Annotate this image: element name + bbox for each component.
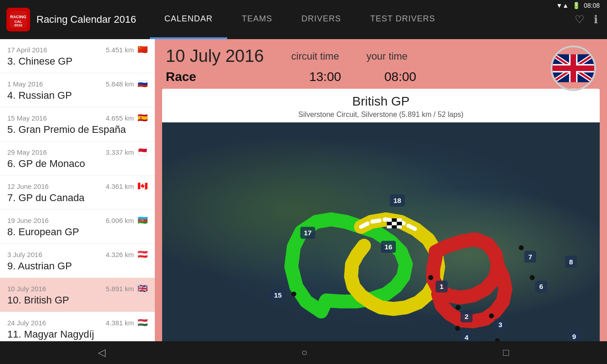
race-flag: 🇪🇸 bbox=[138, 113, 148, 123]
race-km: 5.451 km bbox=[106, 46, 134, 54]
race-right: 4.381 km🇭🇺 bbox=[106, 318, 148, 328]
detail-race-row: Race 13:00 08:00 bbox=[166, 70, 596, 84]
tab-teams[interactable]: TEAMS bbox=[227, 0, 287, 39]
sidebar-race-item[interactable]: 29 May 20163.337 km🇲🇨6. GP de Monaco bbox=[0, 142, 155, 176]
race-date: 1 May 2016 bbox=[7, 80, 43, 88]
race-name: 5. Gran Premio de España bbox=[7, 124, 148, 136]
race-name: 4. Russian GP bbox=[7, 90, 148, 101]
svg-rect-23 bbox=[397, 225, 402, 228]
svg-rect-16 bbox=[392, 218, 397, 222]
race-flag: 🇦🇿 bbox=[138, 215, 148, 225]
app-icon: RACING CAL 2016 bbox=[6, 8, 30, 31]
svg-text:17: 17 bbox=[304, 229, 311, 237]
race-name: 8. European GP bbox=[7, 226, 148, 238]
race-right: 4.361 km🇨🇦 bbox=[106, 181, 148, 191]
recents-button[interactable]: □ bbox=[485, 343, 527, 362]
race-right: 4.326 km🇦🇹 bbox=[106, 249, 148, 259]
app-title: Racing Calendar 2016 bbox=[36, 14, 136, 25]
race-item-top: 17 April 20165.451 km🇨🇳 bbox=[7, 45, 148, 55]
info-icon[interactable]: ℹ bbox=[594, 13, 598, 26]
svg-text:4: 4 bbox=[464, 334, 469, 341]
svg-rect-17 bbox=[397, 218, 402, 222]
detail-your-time-label: your time bbox=[367, 51, 408, 62]
detail-date-row: 10 July 2016 circuit time your time bbox=[166, 46, 596, 66]
tab-drivers[interactable]: DRIVERS bbox=[287, 0, 356, 39]
tab-test-drivers[interactable]: TEST DRIVERS bbox=[356, 0, 450, 39]
race-date: 10 July 2016 bbox=[7, 285, 46, 293]
country-flag bbox=[551, 46, 596, 91]
svg-text:16: 16 bbox=[384, 243, 392, 251]
sidebar-race-item[interactable]: 17 April 20165.451 km🇨🇳3. Chinese GP bbox=[0, 39, 155, 73]
back-button[interactable]: ◁ bbox=[80, 343, 124, 362]
race-item-top: 1 May 20165.848 km🇷🇺 bbox=[7, 79, 148, 89]
race-date: 15 May 2016 bbox=[7, 114, 47, 122]
circuit-map: 18 17 16 15 1 bbox=[162, 122, 600, 341]
race-right: 3.337 km🇲🇨 bbox=[106, 147, 148, 157]
race-flag: 🇨🇳 bbox=[138, 45, 148, 55]
race-item-top: 15 May 20164.655 km🇪🇸 bbox=[7, 113, 148, 123]
race-item-top: 29 May 20163.337 km🇲🇨 bbox=[7, 147, 148, 157]
race-km: 4.326 km bbox=[106, 251, 134, 258]
race-name: 7. GP du Canada bbox=[7, 192, 148, 204]
favorite-icon[interactable]: ♡ bbox=[575, 13, 585, 26]
race-flag: 🇬🇧 bbox=[138, 283, 148, 293]
race-flag: 🇭🇺 bbox=[138, 318, 148, 328]
race-flag: 🇷🇺 bbox=[138, 79, 148, 89]
race-km: 3.337 km bbox=[106, 148, 134, 156]
svg-text:15: 15 bbox=[274, 291, 282, 299]
sidebar[interactable]: 17 April 20165.451 km🇨🇳3. Chinese GP1 Ma… bbox=[0, 39, 155, 341]
svg-point-41 bbox=[489, 313, 494, 318]
svg-text:9: 9 bbox=[572, 333, 576, 340]
sidebar-race-item[interactable]: 12 June 20164.361 km🇨🇦7. GP du Canada bbox=[0, 176, 155, 210]
sidebar-race-item[interactable]: 3 July 20164.326 km🇦🇹9. Austrian GP bbox=[0, 244, 155, 278]
race-item-top: 10 July 20165.891 km🇬🇧 bbox=[7, 283, 148, 293]
race-date: 17 April 2016 bbox=[7, 46, 47, 54]
race-name: 9. Austrian GP bbox=[7, 260, 148, 272]
svg-rect-22 bbox=[392, 225, 397, 228]
sidebar-race-item[interactable]: 24 July 20164.381 km🇭🇺11. Magyar Nagydíj bbox=[0, 312, 155, 341]
race-date: 3 July 2016 bbox=[7, 251, 42, 258]
race-right: 5.451 km🇨🇳 bbox=[106, 45, 148, 55]
detail-circuit-time-label: circuit time bbox=[291, 51, 339, 62]
sidebar-race-item[interactable]: 10 July 20165.891 km🇬🇧10. British GP bbox=[0, 278, 155, 312]
detail-circuit-time: 13:00 bbox=[293, 70, 357, 84]
nav-tabs: CALENDAR TEAMS DRIVERS TEST DRIVERS bbox=[150, 0, 450, 39]
race-name: 6. GP de Monaco bbox=[7, 158, 148, 170]
race-name: 10. British GP bbox=[7, 294, 148, 306]
race-right: 5.848 km🇷🇺 bbox=[106, 79, 148, 89]
svg-point-38 bbox=[455, 305, 460, 310]
svg-text:3: 3 bbox=[499, 321, 503, 329]
svg-rect-21 bbox=[387, 225, 392, 228]
race-date: 12 June 2016 bbox=[7, 182, 49, 190]
tab-calendar[interactable]: CALENDAR bbox=[150, 0, 227, 39]
svg-text:7: 7 bbox=[528, 253, 532, 261]
svg-text:2016: 2016 bbox=[14, 23, 22, 27]
sidebar-race-item[interactable]: 1 May 20165.848 km🇷🇺4. Russian GP bbox=[0, 73, 155, 107]
topbar: ▼▲ 🔋 08:08 RACING CAL 2016 Racing Calend… bbox=[0, 0, 607, 39]
home-button[interactable]: ○ bbox=[283, 343, 326, 362]
detail-race-label: Race bbox=[166, 70, 266, 84]
race-right: 5.891 km🇬🇧 bbox=[106, 283, 148, 293]
detail-your-time: 08:00 bbox=[384, 70, 416, 84]
sidebar-race-item[interactable]: 19 June 20166.006 km🇦🇿8. European GP bbox=[0, 210, 155, 244]
status-battery: 🔋 bbox=[572, 2, 580, 9]
detail-panel: 10 July 2016 circuit time your time Race… bbox=[155, 39, 607, 341]
detail-header: 10 July 2016 circuit time your time Race… bbox=[155, 39, 607, 89]
svg-point-44 bbox=[455, 326, 460, 331]
svg-text:8: 8 bbox=[569, 258, 573, 266]
svg-point-53 bbox=[519, 245, 524, 250]
svg-rect-15 bbox=[387, 218, 392, 222]
race-km: 4.361 km bbox=[106, 182, 134, 190]
sidebar-race-item[interactable]: 15 May 20164.655 km🇪🇸5. Gran Premio de E… bbox=[0, 107, 155, 142]
circuit-subtitle: Silverstone Circuit, Silverstone (5.891 … bbox=[162, 111, 600, 122]
circuit-title: British GP bbox=[162, 89, 600, 111]
svg-rect-19 bbox=[392, 222, 397, 226]
detail-date: 10 July 2016 bbox=[166, 46, 264, 66]
svg-point-35 bbox=[428, 275, 433, 280]
svg-text:1: 1 bbox=[440, 283, 444, 290]
svg-rect-18 bbox=[387, 222, 392, 226]
topbar-right: ♡ ℹ bbox=[575, 13, 598, 26]
race-right: 4.655 km🇪🇸 bbox=[106, 113, 148, 123]
circuit-svg: 18 17 16 15 1 bbox=[162, 122, 600, 341]
race-km: 4.655 km bbox=[106, 114, 134, 122]
